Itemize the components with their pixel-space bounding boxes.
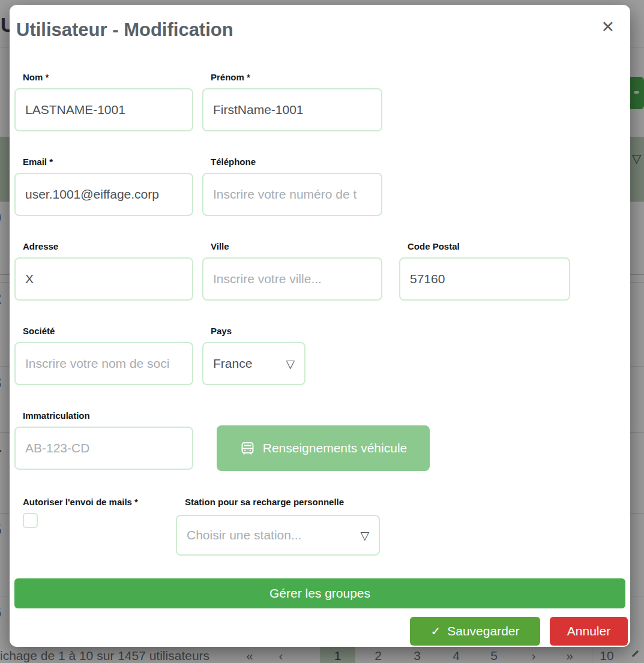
code-postal-input[interactable] <box>399 257 570 301</box>
field-code-postal: Code Postal <box>399 241 570 301</box>
manage-groups-button[interactable]: Gérer les groupes <box>14 578 625 608</box>
email-input[interactable] <box>14 173 193 216</box>
adresse-label: Adresse <box>23 241 193 251</box>
cancel-button[interactable]: Annuler <box>550 617 628 646</box>
nom-input[interactable] <box>14 88 193 131</box>
telephone-label: Téléphone <box>211 157 382 167</box>
immatriculation-label: Immatriculation <box>23 410 193 421</box>
nom-label: Nom * <box>23 72 193 82</box>
field-nom: Nom * <box>14 72 193 131</box>
station-placeholder: Choisir une station... <box>187 528 301 542</box>
field-prenom: Prénom * <box>202 72 382 131</box>
societe-input[interactable] <box>14 342 193 385</box>
autoriser-mails-label: Autoriser l'envoi de mails * <box>23 497 138 507</box>
autoriser-mails-checkbox[interactable] <box>23 513 38 528</box>
modal-title: Utilisateur - Modification <box>16 19 233 41</box>
save-button[interactable]: ✓ Sauvegarder <box>410 617 540 646</box>
user-edit-modal: Utilisateur - Modification ✕ Nom * Préno… <box>10 5 630 647</box>
station-label: Station pour sa recharge personnelle <box>185 497 344 507</box>
field-email: Email * <box>14 157 193 216</box>
pays-select[interactable]: France ▽ <box>202 342 305 385</box>
prenom-label: Prénom * <box>211 72 382 82</box>
ville-input[interactable] <box>202 257 382 301</box>
field-immatriculation: Immatriculation <box>14 410 193 470</box>
pays-label: Pays <box>211 326 305 336</box>
adresse-input[interactable] <box>14 257 193 301</box>
car-icon <box>239 440 256 457</box>
pays-selected-value: France <box>213 356 252 371</box>
email-label: Email * <box>23 157 193 167</box>
field-societe: Société <box>14 326 193 385</box>
manage-groups-button-label: Gérer les groupes <box>269 586 370 601</box>
cancel-button-label: Annuler <box>567 624 610 638</box>
chevron-down-icon: ▽ <box>286 357 295 371</box>
ville-label: Ville <box>211 241 382 251</box>
check-icon: ✓ <box>430 624 441 638</box>
close-icon[interactable]: ✕ <box>601 19 615 35</box>
code-postal-label: Code Postal <box>408 241 570 251</box>
field-pays: Pays France ▽ <box>202 326 305 385</box>
prenom-input[interactable] <box>202 88 382 131</box>
telephone-input[interactable] <box>202 173 382 216</box>
field-ville: Ville <box>202 241 382 301</box>
societe-label: Société <box>23 326 193 336</box>
chevron-down-icon: ▽ <box>360 529 369 542</box>
save-button-label: Sauvegarder <box>447 624 519 638</box>
vehicle-info-button[interactable]: Renseignements véhicule <box>217 425 430 471</box>
field-adresse: Adresse <box>14 241 193 301</box>
immatriculation-input[interactable] <box>14 427 193 470</box>
vehicle-info-button-label: Renseignements véhicule <box>263 441 407 455</box>
field-telephone: Téléphone <box>202 157 382 216</box>
station-select[interactable]: Choisir une station... ▽ <box>176 515 380 556</box>
